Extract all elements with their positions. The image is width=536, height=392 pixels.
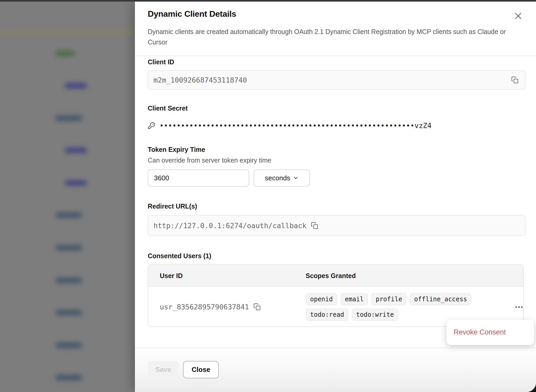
copy-user-id-button[interactable]	[253, 302, 261, 311]
scope-badge: todo:read	[306, 309, 348, 321]
blurred-badge	[55, 342, 82, 348]
user-id-value: usr_83562895790637841	[160, 303, 249, 311]
key-icon	[148, 122, 155, 129]
close-button[interactable]: Close	[183, 361, 219, 378]
row-actions-menu-button[interactable]	[513, 303, 524, 312]
blurred-badge	[55, 278, 82, 283]
footer-divider	[135, 348, 536, 348]
blurred-banner-row	[0, 29, 135, 35]
blurred-badge	[65, 180, 87, 186]
redirect-url-value: http://127.0.0.1:6274/oauth/callback	[153, 222, 306, 230]
dialog-description: Dynamic clients are created automaticall…	[148, 26, 514, 47]
copy-icon	[311, 222, 318, 229]
copy-icon	[511, 76, 518, 84]
scope-badge: profile	[372, 293, 406, 305]
consented-users-label: Consented Users (1)	[148, 252, 211, 260]
close-dialog-button[interactable]	[514, 11, 523, 21]
expiry-unit-value: seconds	[265, 174, 290, 182]
redirect-urls-label: Redirect URL(s)	[148, 203, 197, 210]
blurred-badge	[55, 212, 82, 218]
scope-badge: todo:write	[352, 309, 398, 321]
column-header-user-id: User ID	[160, 265, 183, 287]
blurred-badge	[55, 375, 82, 381]
copy-icon	[253, 303, 261, 310]
dialog-footer: Save Close	[135, 348, 536, 392]
token-expiry-input[interactable]	[148, 169, 249, 187]
client-id-value: m2m_100926687453118740	[153, 76, 247, 84]
close-icon	[514, 11, 523, 20]
expiry-unit-select[interactable]: seconds	[254, 169, 310, 187]
scope-badge: email	[341, 293, 368, 305]
client-secret-suffix: vzZ4	[414, 122, 431, 130]
client-secret-row[interactable]: ••••••••••••••••••••••••••••••••••••••••…	[148, 119, 431, 131]
save-button[interactable]: Save	[148, 361, 179, 378]
scope-badge: openid	[306, 293, 337, 305]
table-header-row: User ID Scopes Granted	[148, 265, 523, 287]
blurred-badge	[55, 115, 82, 121]
ellipsis-icon	[515, 305, 523, 309]
client-id-field: m2m_100926687453118740	[148, 70, 526, 90]
redirect-url-field: http://127.0.0.1:6274/oauth/callback	[148, 215, 526, 236]
dynamic-client-details-dialog: Dynamic Client Details Dynamic clients a…	[135, 1, 536, 392]
token-expiry-helper: Can override from server token expiry ti…	[148, 157, 271, 164]
client-id-label: Client ID	[148, 58, 174, 66]
blurred-badge	[65, 147, 87, 153]
blurred-badge	[55, 245, 82, 251]
token-expiry-label: Token Expiry Time	[148, 146, 205, 153]
chevron-down-icon	[293, 175, 299, 181]
header-divider	[135, 56, 536, 56]
consented-users-table: User ID Scopes Granted usr_8356289579063…	[148, 264, 524, 327]
scope-badge: offline_access	[410, 293, 471, 305]
blurred-badge	[55, 310, 82, 315]
revoke-consent-menu-item[interactable]: Revoke Consent	[454, 328, 506, 336]
window-top-edge	[0, 0, 536, 2]
copy-client-id-button[interactable]	[510, 76, 519, 84]
client-secret-masked: ••••••••••••••••••••••••••••••••••••••••…	[159, 122, 414, 130]
column-header-scopes: Scopes Granted	[306, 265, 356, 287]
dialog-title: Dynamic Client Details	[148, 9, 236, 19]
blurred-badge	[56, 50, 75, 56]
blurred-badge	[65, 83, 87, 89]
client-secret-label: Client Secret	[148, 105, 188, 112]
row-actions-menu: Revoke Consent	[446, 320, 534, 345]
copy-redirect-url-button[interactable]	[310, 221, 319, 230]
